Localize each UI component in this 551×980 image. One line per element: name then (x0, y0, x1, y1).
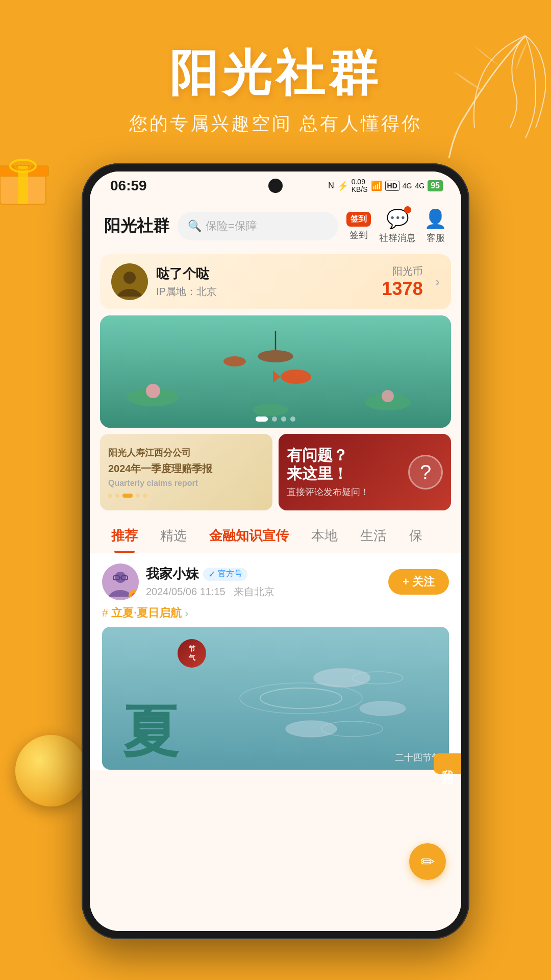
search-placeholder-text: 保险=保障 (206, 218, 257, 234)
customer-service-action[interactable]: 👤 客服 (424, 208, 447, 244)
user-ip: IP属地：北京 (156, 285, 374, 299)
want-button[interactable]: 我想 (434, 753, 461, 774)
user-card-arrow: › (435, 274, 440, 290)
post-image[interactable]: 立 夏 节 气 二十四节气 (102, 627, 449, 770)
svg-point-29 (360, 701, 406, 716)
status-time: 06:59 (110, 178, 147, 194)
search-bar[interactable]: 🔍 保险=保障 (178, 212, 338, 240)
svg-point-15 (223, 356, 246, 366)
ldot-2 (115, 494, 119, 498)
hashtag-icon: # (102, 606, 108, 620)
jieqi-badge: 节 气 (178, 639, 206, 668)
banner-content: 雨生百谷 春暖花开 (100, 315, 451, 428)
claims-banner[interactable]: 阳光人寿江西分公司 2024年一季度理赔季报 Quarterly claims … (100, 434, 272, 510)
tab-local[interactable]: 本地 (300, 519, 349, 553)
gold-ball-decoration (15, 735, 87, 806)
question-title-1: 有问题？ (287, 446, 348, 464)
signal-4g-1: 4G (403, 182, 412, 190)
want-label: 我想 (441, 761, 454, 767)
search-icon: 🔍 (188, 219, 202, 233)
community-icon: 💬 (386, 208, 409, 230)
post-header: ⭕ 我家小妹 ✓ 官方号 2024/05/06 11:15 (102, 564, 449, 600)
svg-point-16 (258, 350, 293, 362)
svg-point-12 (382, 390, 394, 402)
app-title-section: 阳光社群 您的专属兴趣空间 总有人懂得你 (0, 41, 551, 136)
dot-1 (256, 416, 268, 422)
ldot-3 (122, 494, 133, 498)
app-header: 阳光社群 🔍 保险=保障 签到 签到 💬 社群消息 (90, 200, 461, 250)
question-banner[interactable]: 有问题？ 来这里！ 直接评论发布疑问！ ? (279, 434, 451, 510)
svg-point-11 (146, 384, 160, 398)
ldot-5 (143, 494, 147, 498)
community-label: 社群消息 (379, 232, 416, 244)
user-avatar (111, 263, 148, 300)
dot-3 (281, 416, 286, 422)
post-image-char-xia: 夏 (122, 703, 179, 760)
service-label: 客服 (427, 232, 445, 244)
sign-in-action[interactable]: 签到 签到 (346, 212, 371, 241)
svg-point-6 (123, 272, 136, 284)
edit-icon: ✏ (420, 851, 435, 872)
coins-value: 1378 (382, 278, 423, 300)
svg-point-10 (253, 404, 288, 416)
gift-decoration (0, 143, 56, 209)
question-title-2: 来这里！ (287, 464, 348, 483)
service-icon: 👤 (424, 208, 447, 230)
banner-dots (256, 416, 295, 422)
post-author-avatar: ⭕ (102, 564, 139, 600)
post-time-location: 2024/05/06 11:15 来自北京 (146, 585, 381, 599)
phone-frame: 06:59 N ⚡ 0.09KB/S 📶 HD 4G 4G 95 阳光社群 🔍 … (82, 163, 469, 939)
svg-point-30 (286, 721, 337, 737)
tab-recommend[interactable]: 推荐 (100, 519, 149, 553)
question-sub: 直接评论发布疑问！ (287, 486, 369, 498)
wifi-icon: 📶 (371, 180, 382, 191)
post-tag-text: 立夏·夏日启航 (111, 605, 182, 621)
notification-dot (404, 206, 411, 213)
edit-fab-button[interactable]: ✏ (409, 843, 446, 880)
ldot-1 (108, 494, 112, 498)
hd-badge: HD (385, 181, 399, 191)
sign-label: 签到 (349, 229, 368, 241)
post-avatar-badge: ⭕ (129, 590, 139, 600)
question-mark-icon: ? (408, 455, 443, 489)
tab-featured[interactable]: 精选 (149, 519, 198, 553)
claims-title-3: Quarterly claims report (108, 478, 264, 489)
dot-4 (290, 416, 295, 422)
tag-arrow-icon: › (185, 607, 188, 619)
left-dots (108, 494, 264, 498)
network-speed: 0.09KB/S (352, 178, 368, 194)
coins-label: 阳光币 (382, 264, 423, 278)
tab-life[interactable]: 生活 (349, 519, 398, 553)
post-tag[interactable]: # 立夏·夏日启航 › (102, 605, 449, 621)
phone-screen: 06:59 N ⚡ 0.09KB/S 📶 HD 4G 4G 95 阳光社群 🔍 … (90, 172, 461, 931)
app-content: 阳光社群 🔍 保险=保障 签到 签到 💬 社群消息 (90, 200, 461, 931)
post-card: ⭕ 我家小妹 ✓ 官方号 2024/05/06 11:15 (90, 553, 461, 770)
status-bar: 06:59 N ⚡ 0.09KB/S 📶 HD 4G 4G 95 (90, 172, 461, 200)
user-card[interactable]: 哒了个哒 IP属地：北京 阳光币 1378 › (100, 254, 451, 309)
sign-icon-box: 签到 (346, 212, 371, 227)
official-badge: ✓ 官方号 (203, 568, 247, 581)
dot-2 (272, 416, 277, 422)
tab-finance[interactable]: 金融知识宣传 (198, 519, 300, 553)
post-author-row: 我家小妹 ✓ 官方号 (146, 565, 381, 583)
main-banner[interactable]: 雨生百谷 春暖花开 (100, 315, 451, 428)
signal-icon: N (328, 181, 334, 190)
user-coins: 阳光币 1378 (382, 264, 423, 300)
post-author-name: 我家小妹 (146, 565, 199, 583)
bluetooth-icon: ⚡ (337, 180, 348, 191)
signal-4g-2: 4G (415, 182, 425, 190)
claims-title-2: 2024年一季度理赔季报 (108, 461, 264, 476)
follow-button[interactable]: + 关注 (388, 569, 449, 595)
app-title-main: 阳光社群 (0, 41, 551, 107)
app-title-sub: 您的专属兴趣空间 总有人懂得你 (0, 111, 551, 136)
svg-point-28 (314, 669, 370, 687)
community-message-action[interactable]: 💬 社群消息 (379, 208, 416, 244)
tab-more[interactable]: 保 (398, 519, 434, 553)
post-meta: 我家小妹 ✓ 官方号 2024/05/06 11:15 来自北京 (146, 565, 381, 599)
user-info: 哒了个哒 IP属地：北京 (156, 265, 374, 299)
app-logo: 阳光社群 (104, 215, 169, 237)
claims-title-1: 阳光人寿江西分公司 (108, 447, 264, 459)
secondary-banners: 阳光人寿江西分公司 2024年一季度理赔季报 Quarterly claims … (100, 434, 451, 510)
svg-point-13 (281, 370, 311, 384)
camera-cutout (268, 179, 283, 193)
